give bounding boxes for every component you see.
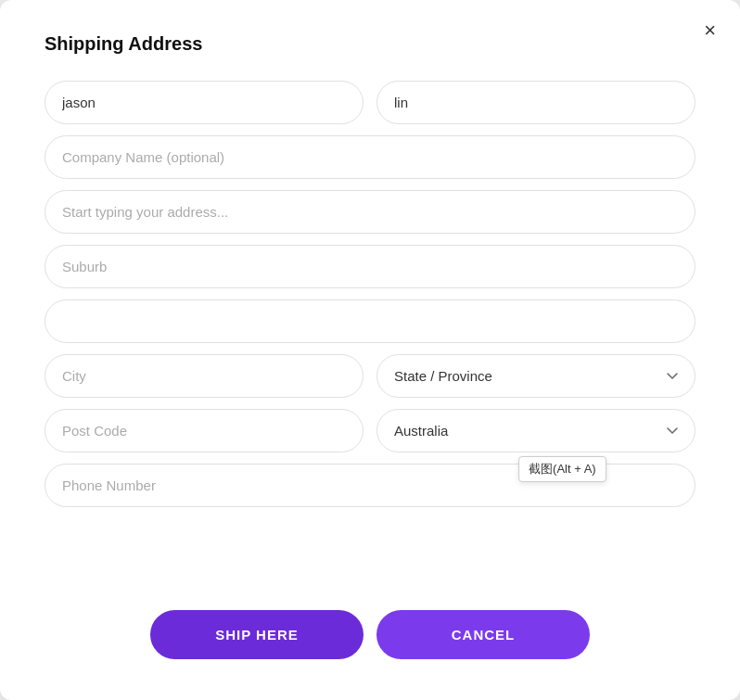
state-field: State / Province NSW VIC QLD WA SA TAS A… bbox=[376, 354, 695, 398]
country-field: Australia United States United Kingdom C… bbox=[376, 409, 695, 452]
cancel-button[interactable]: CANCEL bbox=[376, 610, 590, 659]
suburb-row bbox=[45, 245, 695, 288]
postcode-country-row: Australia United States United Kingdom C… bbox=[45, 409, 695, 452]
last-name-field bbox=[376, 81, 695, 124]
tooltip: 截图(Alt + A) bbox=[518, 456, 606, 482]
empty-row bbox=[45, 299, 695, 343]
city-state-row: State / Province NSW VIC QLD WA SA TAS A… bbox=[45, 354, 695, 398]
extra-input[interactable] bbox=[45, 299, 695, 343]
address-input[interactable] bbox=[45, 190, 695, 234]
close-button[interactable]: × bbox=[700, 17, 720, 45]
ship-here-button[interactable]: SHIP HERE bbox=[150, 610, 364, 659]
suburb-input[interactable] bbox=[45, 245, 695, 288]
state-select[interactable]: State / Province NSW VIC QLD WA SA TAS A… bbox=[376, 354, 695, 398]
extra-field bbox=[45, 299, 695, 343]
address-field bbox=[45, 190, 695, 234]
address-row bbox=[45, 190, 695, 234]
last-name-input[interactable] bbox=[376, 81, 695, 124]
company-field bbox=[45, 135, 695, 179]
close-icon: × bbox=[704, 19, 716, 42]
country-select[interactable]: Australia United States United Kingdom C… bbox=[376, 409, 695, 452]
form-area: State / Province NSW VIC QLD WA SA TAS A… bbox=[45, 81, 695, 580]
postcode-input[interactable] bbox=[45, 409, 364, 452]
modal-title: Shipping Address bbox=[45, 33, 695, 55]
postcode-field bbox=[45, 409, 364, 452]
footer-buttons: SHIP HERE CANCEL bbox=[45, 610, 695, 667]
shipping-address-modal: × Shipping Address bbox=[0, 0, 740, 700]
suburb-field bbox=[45, 245, 695, 288]
company-input[interactable] bbox=[45, 135, 695, 179]
city-field bbox=[45, 354, 364, 398]
first-name-field bbox=[45, 81, 364, 124]
first-name-input[interactable] bbox=[45, 81, 364, 124]
company-row bbox=[45, 135, 695, 179]
name-row bbox=[45, 81, 695, 124]
city-input[interactable] bbox=[45, 354, 364, 398]
